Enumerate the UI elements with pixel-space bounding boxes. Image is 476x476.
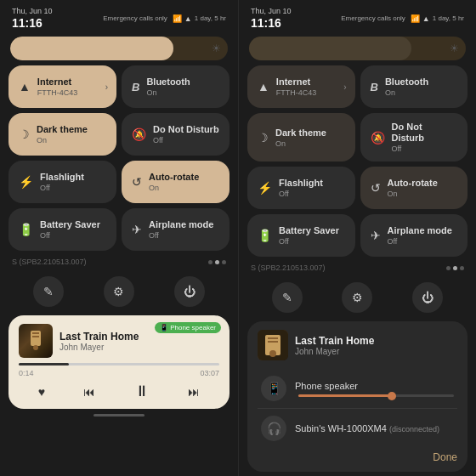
tile-flash-right[interactable]: ⚡ Flashlight Off (247, 167, 355, 209)
tile-battery-sub-left: Off (40, 231, 106, 240)
tile-dnd-title-right: Do Not Disturb (392, 122, 458, 144)
tile-dark-right[interactable]: ☽ Dark theme On (247, 113, 355, 162)
dots-left (208, 260, 226, 264)
speaker-panel-header: Last Train Home John Mayer (258, 330, 457, 360)
tile-flash-left[interactable]: ⚡ Flashlight Off (8, 161, 116, 203)
wh1000-option[interactable]: 🎧 Subin's WH-1000XM4 (disconnected) (258, 409, 457, 448)
tile-airplane-title-right: Airplane mode (388, 225, 458, 236)
edit-button-right[interactable] (272, 282, 303, 313)
speaker-badge-text-left: Phone speaker (170, 324, 216, 332)
tile-battery-left[interactable]: 🔋 Battery Saver Off (8, 208, 116, 251)
tile-bluetooth-left[interactable]: B Bluetooth On (122, 65, 230, 108)
music-card-left[interactable]: Last Train Home John Mayer 📱 Phone speak… (8, 315, 230, 409)
tile-rotate-sub-right: On (388, 190, 458, 198)
brightness-row-right: ☀ (239, 33, 476, 65)
tile-dnd-right[interactable]: 🔕 Do Not Disturb Off (360, 113, 468, 162)
tile-bt-title-right: Bluetooth (385, 76, 457, 88)
tile-internet-sub-left: FTTH-4C43 (37, 88, 106, 97)
tile-internet-left[interactable]: ▲ Internet FTTH-4C43 › (8, 65, 116, 108)
moon-tile-icon-right: ☽ (258, 131, 269, 144)
version-text-left: S (SPB2.210513.007) (12, 258, 87, 266)
rotate-tile-icon-left: ↺ (132, 175, 142, 189)
brightness-row-left: ☀ (0, 33, 238, 65)
tile-internet-title-right: Internet (276, 76, 345, 88)
phone-speaker-volume[interactable] (298, 394, 454, 397)
music-info-left: Last Train Home John Mayer (60, 331, 219, 352)
done-row: Done (258, 448, 457, 463)
tile-battery-sub-right: Off (279, 237, 345, 246)
controls-row-left (19, 381, 219, 402)
home-indicator-left (94, 414, 144, 416)
progress-bar-left[interactable] (19, 363, 219, 366)
prev-button-left[interactable] (83, 384, 95, 400)
tile-rotate-left[interactable]: ↺ Auto-rotate On (122, 161, 230, 203)
battery-status-left: 1 day, 5 hr (195, 14, 226, 22)
tile-rotate-sub-left: On (149, 184, 219, 192)
emergency-text-right: Emergency calls only (341, 14, 405, 22)
next-button-left[interactable] (188, 384, 200, 400)
power-button-left[interactable] (174, 276, 205, 307)
tile-bt-sub-right: On (385, 88, 457, 97)
plane-tile-icon-left: ✈ (132, 223, 142, 236)
settings-button-right[interactable] (342, 282, 372, 313)
speaker-album-art (258, 330, 288, 360)
battery-status-right: 1 day, 5 hr (433, 14, 464, 22)
dot1-right (446, 266, 450, 270)
version-text-right: S (SPB2.210513.007) (251, 264, 326, 272)
speaker-badge-left[interactable]: 📱 Phone speaker (155, 322, 221, 333)
tile-bluetooth-right[interactable]: B Bluetooth On (360, 65, 468, 108)
time-left: 11:16 (12, 16, 53, 30)
flash-tile-icon-left: ⚡ (19, 175, 33, 189)
time-row-left: 0:14 03:07 (19, 369, 219, 377)
svg-point-8 (269, 350, 276, 357)
tile-airplane-left[interactable]: ✈ Airplane mode Off (122, 208, 230, 251)
tile-flash-title-right: Flashlight (279, 178, 345, 189)
phone-volume-fill (298, 394, 392, 397)
gear-icon-left (113, 285, 124, 298)
disconnected-label: (disconnected) (389, 425, 439, 434)
tile-dnd-sub-right: Off (392, 144, 458, 153)
date-left: Thu, Jun 10 (12, 7, 53, 15)
flash-tile-icon-right: ⚡ (258, 181, 272, 195)
play-pause-button-left[interactable] (134, 382, 150, 400)
done-button[interactable]: Done (433, 451, 457, 463)
svg-rect-2 (32, 336, 39, 337)
power-button-right[interactable] (412, 282, 443, 313)
brightness-slider-left[interactable]: ☀ (10, 37, 228, 60)
emergency-text-left: Emergency calls only (103, 14, 167, 22)
moon-tile-icon-left: ☽ (19, 128, 30, 141)
heart-button-left[interactable] (38, 384, 45, 400)
music-artist-left: John Mayer (60, 343, 219, 352)
tile-airplane-title-left: Airplane mode (149, 219, 219, 230)
tile-dark-sub-left: On (37, 136, 106, 144)
edit-button-left[interactable] (33, 276, 64, 307)
status-right-left: Emergency calls only 📶 ▲ 1 day, 5 hr (103, 14, 226, 23)
speaker-music-title: Last Train Home (295, 335, 457, 347)
wifi-icon-left: ▲ (184, 14, 192, 23)
bt-tile-icon-right: B (371, 81, 378, 94)
tile-dark-title-right: Dark theme (275, 128, 345, 139)
phone-speaker-option[interactable]: 📱 Phone speaker (258, 369, 457, 409)
tile-internet-arrow-right: › (343, 82, 346, 92)
brightness-slider-right[interactable]: ☀ (249, 37, 466, 60)
bt-tile-icon-left: B (132, 81, 139, 94)
power-icon-right (422, 291, 434, 304)
settings-button-left[interactable] (104, 276, 134, 307)
headphone-icon: 🎧 (267, 422, 281, 435)
date-right: Thu, Jun 10 (251, 7, 292, 15)
svg-point-3 (33, 345, 38, 350)
svg-rect-1 (32, 332, 39, 334)
tile-dnd-left[interactable]: 🔕 Do Not Disturb Off (122, 113, 230, 156)
phone-speaker-icon-left: 📱 (160, 324, 168, 332)
tile-dark-left[interactable]: ☽ Dark theme On (8, 113, 116, 156)
dot2-left (215, 260, 219, 264)
tile-airplane-right[interactable]: ✈ Airplane mode Off (360, 214, 468, 257)
tile-battery-title-right: Battery Saver (279, 225, 345, 236)
status-bar-right: Thu, Jun 10 11:16 Emergency calls only 📶… (239, 0, 476, 33)
phone-speaker-option-icon: 📱 (261, 376, 286, 401)
tile-battery-right[interactable]: 🔋 Battery Saver Off (247, 214, 355, 257)
dots-right (446, 266, 464, 270)
wh1000-option-icon: 🎧 (261, 416, 286, 441)
tile-internet-right[interactable]: ▲ Internet FTTH-4C43 › (247, 65, 355, 108)
tile-rotate-right[interactable]: ↺ Auto-rotate On (360, 167, 468, 209)
